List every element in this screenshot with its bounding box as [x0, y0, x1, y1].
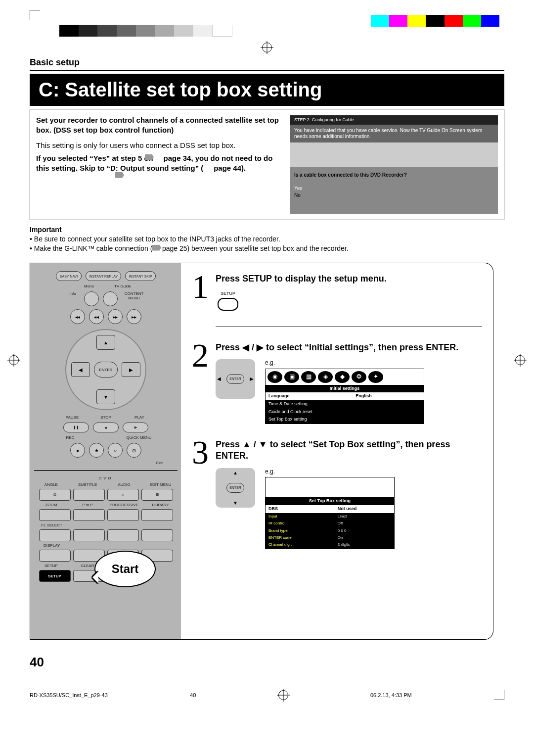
angle-button: ⊡ [39, 489, 71, 501]
setup-button-highlight: SETUP [39, 570, 71, 582]
enter-button: ENTER [94, 362, 118, 378]
edit-menu-button: ☰ [141, 489, 173, 501]
registration-mark-left [9, 355, 19, 365]
menu-icon: ◉ [267, 371, 282, 383]
zoom-button [39, 509, 71, 521]
page-ref-icon [152, 245, 161, 251]
skip-back-button: ◂◂ [70, 309, 85, 324]
progressive-button [107, 509, 139, 521]
screenshot-options: Yes No [290, 183, 498, 214]
pause-button: ❚❚ [63, 423, 89, 432]
steps-column: 1 Press SETUP to display the setup menu.… [181, 263, 493, 640]
remote-lower-section: DVD ANGLE SUBTITLE AUDIO EDIT MENU ⊡ … ∞… [34, 470, 178, 604]
tv-guide-screenshot: STEP 2: Configuring for Cable You have i… [290, 115, 498, 214]
audio-button: ∞ [107, 489, 139, 501]
pinp-label: P in P [71, 503, 105, 507]
intro-skip: If you selected “Yes” at step 5 on page … [36, 153, 280, 174]
right-arrow-icon: ▶ [250, 376, 254, 382]
instant-replay-button: INSTANT REPLAY [86, 271, 121, 281]
mini-enter: ENTER [226, 483, 244, 493]
screenshot-question: Is a cable box connected to this DVD Rec… [290, 167, 498, 183]
tv-guide-button [103, 291, 118, 306]
footer-page: 40 [190, 692, 196, 698]
menu-icon: ◆ [335, 371, 350, 383]
mini-dpad-ud: ▲ ENTER ▼ [216, 468, 255, 508]
display-button [39, 550, 71, 562]
page-title: C: Satellite set top box setting [30, 74, 504, 106]
tv-guide-label: TV Guide [108, 284, 137, 288]
steps-area: EASY NAVI INSTANT REPLAY INSTANT SKIP Me… [30, 263, 504, 640]
menu-icon: ❂ [352, 371, 366, 383]
step-2-number: 2 [192, 342, 209, 424]
circle-button: ○ [108, 443, 123, 458]
pause-label: PAUSE [57, 415, 87, 420]
library-label: LIBRARY [143, 503, 178, 507]
remote-control-diagram: EASY NAVI INSTANT REPLAY INSTANT SKIP Me… [30, 263, 182, 640]
mini-dpad-lr: ◀ ENTER ▶ [216, 359, 255, 399]
info-label: Info [65, 291, 80, 306]
menu-button [84, 291, 99, 306]
dpad-down: ▼ [96, 389, 115, 404]
edit-menu-label: EDIT MENU [143, 482, 178, 487]
instant-skip-button: INSTANT SKIP [125, 271, 156, 281]
dpad: ▲ ▼ ◀ ▶ ENTER [65, 329, 146, 410]
blank-button-2 [107, 529, 139, 541]
registration-mark-right [515, 355, 525, 365]
stop-button: ■ [93, 423, 119, 432]
menu-icon-strip: ◉ ▣ ▦ ◈ ◆ ❂ ✦ [266, 369, 424, 385]
page-number: 40 [30, 655, 504, 670]
important-bullet-1: • Be sure to connect your satellite set … [30, 235, 504, 244]
print-color-bars-right [371, 15, 499, 27]
menu-label: Menu [74, 284, 104, 288]
important-block: Important • Be sure to connect your sate… [30, 225, 504, 253]
screenshot-step-label: STEP 2: Configuring for Cable [290, 115, 498, 125]
rec-label: REC [58, 435, 83, 440]
stop-label: STOP [91, 415, 121, 420]
page-ref-icon [115, 172, 124, 178]
quick-menu-label: QUICK MENU [124, 435, 154, 440]
exit-label: Exit [34, 461, 178, 465]
subtitle-button: … [73, 489, 105, 501]
option-no: No [294, 192, 494, 199]
registration-mark-top [262, 43, 272, 52]
step-3-number: 3 [192, 439, 209, 549]
step-1-text: Press SETUP to display the setup menu. [216, 273, 482, 284]
page-ref-icon [145, 154, 154, 160]
menu-icon: ▦ [301, 371, 316, 383]
setup-label: SETUP [34, 564, 68, 568]
start-callout: Start [94, 551, 156, 587]
initial-settings-table: Initial settings LanguageEnglish Time & … [266, 385, 424, 424]
menu-icon: ◈ [318, 371, 333, 383]
dpad-left: ◀ [71, 362, 90, 377]
footer-filename: RD-XS35SU/SC_Inst_E_p29-43 [30, 692, 108, 698]
dvd-label: DVD [34, 476, 178, 480]
zoom-label: ZOOM [34, 503, 68, 507]
intro-bold: Set your recorder to control channels of… [36, 115, 280, 136]
up-arrow-icon: ▲ [233, 470, 238, 476]
content-menu-label: CONTENT MENU [122, 291, 146, 306]
registration-mark-bottom [278, 690, 288, 700]
initial-settings-menu: ◉ ▣ ▦ ◈ ◆ ❂ ✦ Initial settings [265, 369, 424, 424]
rewind-button: ◂◂ [89, 309, 104, 324]
easy-navi-button: EASY NAVI [56, 271, 82, 281]
blank-button-1 [73, 529, 105, 541]
stb-settings-menu: Set Top Box setting DBSNot used InputLin… [265, 477, 395, 549]
audio-label: AUDIO [107, 482, 141, 487]
intro-box: Set your recorder to control channels of… [30, 109, 504, 220]
print-color-bars-left [59, 25, 232, 37]
step-1-number: 1 [192, 273, 209, 327]
subtitle-label: SUBTITLE [71, 482, 105, 487]
angle-label: ANGLE [34, 482, 68, 487]
step-2: 2 Press ◀ / ▶ to select “Initial setting… [192, 342, 482, 424]
important-heading: Important [30, 225, 504, 235]
display-label: DISPLAY [34, 543, 69, 548]
mini-setup-button: SETUP [216, 291, 240, 312]
quick-menu-button: ⊙ [127, 443, 141, 458]
step-3-text: Press ▲ / ▼ to select “Set Top Box setti… [216, 439, 482, 462]
menu-icon: ✦ [368, 371, 383, 383]
step-1: 1 Press SETUP to display the setup menu.… [192, 273, 482, 327]
intro-note: This setting is only for users who conne… [36, 141, 280, 150]
skip-fwd-button: ▸▸ [127, 309, 141, 324]
rec-button: ● [70, 443, 85, 458]
down-arrow-icon: ▼ [233, 500, 238, 506]
